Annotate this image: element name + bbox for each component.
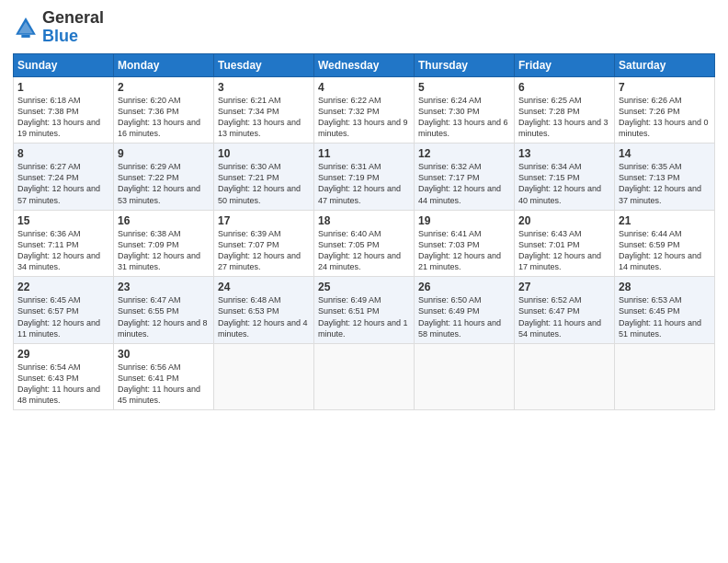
day-info: Sunrise: 6:50 AMSunset: 6:49 PMDaylight:…: [418, 294, 510, 339]
day-number: 16: [118, 214, 210, 227]
day-cell: 30Sunrise: 6:56 AMSunset: 6:41 PMDayligh…: [114, 343, 214, 410]
day-info: Sunrise: 6:31 AMSunset: 7:19 PMDaylight:…: [318, 161, 410, 206]
day-cell: 5Sunrise: 6:24 AMSunset: 7:30 PMDaylight…: [415, 76, 515, 144]
day-number: 30: [118, 348, 210, 361]
day-number: 28: [619, 281, 711, 293]
day-info: Sunrise: 6:40 AMSunset: 7:05 PMDaylight:…: [318, 228, 410, 273]
day-info: Sunrise: 6:20 AMSunset: 7:36 PMDaylight:…: [118, 95, 210, 140]
logo-blue-text: Blue: [42, 27, 78, 45]
day-cell: 12Sunrise: 6:32 AMSunset: 7:17 PMDayligh…: [415, 144, 515, 211]
day-cell: 23Sunrise: 6:47 AMSunset: 6:55 PMDayligh…: [114, 277, 214, 344]
day-number: 29: [17, 348, 109, 361]
week-row-1: 1Sunrise: 6:18 AMSunset: 7:38 PMDaylight…: [14, 76, 715, 144]
header-cell-friday: Friday: [515, 53, 615, 76]
week-row-3: 15Sunrise: 6:36 AMSunset: 7:11 PMDayligh…: [14, 210, 715, 277]
day-cell: 10Sunrise: 6:30 AMSunset: 7:21 PMDayligh…: [214, 144, 314, 211]
calendar-table: SundayMondayTuesdayWednesdayThursdayFrid…: [13, 53, 715, 411]
day-info: Sunrise: 6:39 AMSunset: 7:07 PMDaylight:…: [218, 228, 310, 273]
day-info: Sunrise: 6:25 AMSunset: 7:28 PMDaylight:…: [518, 95, 610, 140]
header-cell-thursday: Thursday: [415, 53, 515, 76]
day-number: 13: [518, 147, 610, 160]
day-cell: 26Sunrise: 6:50 AMSunset: 6:49 PMDayligh…: [415, 277, 515, 344]
day-number: 19: [418, 214, 510, 227]
day-cell: 9Sunrise: 6:29 AMSunset: 7:22 PMDaylight…: [114, 144, 214, 211]
day-number: 5: [418, 81, 510, 94]
day-number: 14: [619, 147, 711, 160]
day-number: 10: [218, 147, 310, 160]
day-cell: 21Sunrise: 6:44 AMSunset: 6:59 PMDayligh…: [615, 210, 715, 277]
day-cell: 28Sunrise: 6:53 AMSunset: 6:45 PMDayligh…: [615, 277, 715, 344]
week-row-4: 22Sunrise: 6:45 AMSunset: 6:57 PMDayligh…: [14, 277, 715, 344]
day-number: 6: [518, 81, 610, 94]
day-cell: 2Sunrise: 6:20 AMSunset: 7:36 PMDaylight…: [114, 76, 214, 144]
day-number: 18: [318, 214, 410, 227]
day-info: Sunrise: 6:56 AMSunset: 6:41 PMDaylight:…: [118, 362, 210, 407]
calendar-header: SundayMondayTuesdayWednesdayThursdayFrid…: [14, 53, 715, 76]
day-info: Sunrise: 6:26 AMSunset: 7:26 PMDaylight:…: [619, 95, 711, 140]
week-row-2: 8Sunrise: 6:27 AMSunset: 7:24 PMDaylight…: [14, 144, 715, 211]
day-number: 24: [218, 281, 310, 293]
header-cell-sunday: Sunday: [14, 53, 114, 76]
day-number: 11: [318, 147, 410, 160]
day-cell: 15Sunrise: 6:36 AMSunset: 7:11 PMDayligh…: [14, 210, 114, 277]
day-info: Sunrise: 6:22 AMSunset: 7:32 PMDaylight:…: [318, 95, 410, 140]
day-info: Sunrise: 6:47 AMSunset: 6:55 PMDaylight:…: [118, 294, 210, 339]
day-info: Sunrise: 6:24 AMSunset: 7:30 PMDaylight:…: [418, 95, 510, 140]
day-number: 21: [619, 214, 711, 227]
day-cell: [615, 343, 715, 410]
day-info: Sunrise: 6:27 AMSunset: 7:24 PMDaylight:…: [17, 161, 109, 206]
day-info: Sunrise: 6:44 AMSunset: 6:59 PMDaylight:…: [619, 228, 711, 273]
day-cell: 8Sunrise: 6:27 AMSunset: 7:24 PMDaylight…: [14, 144, 114, 211]
header-cell-saturday: Saturday: [615, 53, 715, 76]
day-cell: 19Sunrise: 6:41 AMSunset: 7:03 PMDayligh…: [415, 210, 515, 277]
day-cell: 16Sunrise: 6:38 AMSunset: 7:09 PMDayligh…: [114, 210, 214, 277]
day-info: Sunrise: 6:18 AMSunset: 7:38 PMDaylight:…: [17, 95, 109, 140]
day-cell: 29Sunrise: 6:54 AMSunset: 6:43 PMDayligh…: [14, 343, 114, 410]
day-info: Sunrise: 6:53 AMSunset: 6:45 PMDaylight:…: [619, 294, 711, 339]
day-cell: [515, 343, 615, 410]
day-number: 20: [518, 214, 610, 227]
day-cell: 13Sunrise: 6:34 AMSunset: 7:15 PMDayligh…: [515, 144, 615, 211]
day-number: 27: [518, 281, 610, 293]
day-info: Sunrise: 6:41 AMSunset: 7:03 PMDaylight:…: [418, 228, 510, 273]
day-cell: 25Sunrise: 6:49 AMSunset: 6:51 PMDayligh…: [314, 277, 415, 344]
day-cell: 27Sunrise: 6:52 AMSunset: 6:47 PMDayligh…: [515, 277, 615, 344]
logo-general-text: General: [42, 8, 104, 27]
day-cell: 1Sunrise: 6:18 AMSunset: 7:38 PMDaylight…: [14, 76, 114, 144]
day-info: Sunrise: 6:49 AMSunset: 6:51 PMDaylight:…: [318, 294, 410, 339]
day-info: Sunrise: 6:34 AMSunset: 7:15 PMDaylight:…: [518, 161, 610, 206]
day-cell: 14Sunrise: 6:35 AMSunset: 7:13 PMDayligh…: [615, 144, 715, 211]
day-info: Sunrise: 6:48 AMSunset: 6:53 PMDaylight:…: [218, 294, 310, 339]
day-cell: 18Sunrise: 6:40 AMSunset: 7:05 PMDayligh…: [314, 210, 415, 277]
day-number: 2: [118, 81, 210, 94]
day-number: 1: [17, 81, 109, 94]
calendar-body: 1Sunrise: 6:18 AMSunset: 7:38 PMDaylight…: [14, 76, 715, 410]
day-cell: 7Sunrise: 6:26 AMSunset: 7:26 PMDaylight…: [615, 76, 715, 144]
day-cell: 4Sunrise: 6:22 AMSunset: 7:32 PMDaylight…: [314, 76, 415, 144]
header-row: SundayMondayTuesdayWednesdayThursdayFrid…: [14, 53, 715, 76]
week-row-5: 29Sunrise: 6:54 AMSunset: 6:43 PMDayligh…: [14, 343, 715, 410]
day-cell: 20Sunrise: 6:43 AMSunset: 7:01 PMDayligh…: [515, 210, 615, 277]
header-cell-wednesday: Wednesday: [314, 53, 415, 76]
day-cell: [214, 343, 314, 410]
day-cell: 3Sunrise: 6:21 AMSunset: 7:34 PMDaylight…: [214, 76, 314, 144]
day-info: Sunrise: 6:43 AMSunset: 7:01 PMDaylight:…: [518, 228, 610, 273]
day-cell: 17Sunrise: 6:39 AMSunset: 7:07 PMDayligh…: [214, 210, 314, 277]
day-info: Sunrise: 6:38 AMSunset: 7:09 PMDaylight:…: [118, 228, 210, 273]
day-number: 15: [17, 214, 109, 227]
header-cell-tuesday: Tuesday: [214, 53, 314, 76]
day-number: 26: [418, 281, 510, 293]
day-info: Sunrise: 6:45 AMSunset: 6:57 PMDaylight:…: [17, 294, 109, 339]
day-cell: [415, 343, 515, 410]
day-cell: 22Sunrise: 6:45 AMSunset: 6:57 PMDayligh…: [14, 277, 114, 344]
day-number: 22: [17, 281, 109, 293]
day-info: Sunrise: 6:30 AMSunset: 7:21 PMDaylight:…: [218, 161, 310, 206]
day-info: Sunrise: 6:29 AMSunset: 7:22 PMDaylight:…: [118, 161, 210, 206]
logo: General Blue: [13, 9, 104, 46]
day-number: 25: [318, 281, 410, 293]
day-number: 7: [619, 81, 711, 94]
header: General Blue: [13, 9, 715, 46]
main-container: General Blue SundayMondayTuesdayWednesda…: [0, 0, 728, 419]
day-info: Sunrise: 6:21 AMSunset: 7:34 PMDaylight:…: [218, 95, 310, 140]
logo-icon: [13, 15, 39, 40]
